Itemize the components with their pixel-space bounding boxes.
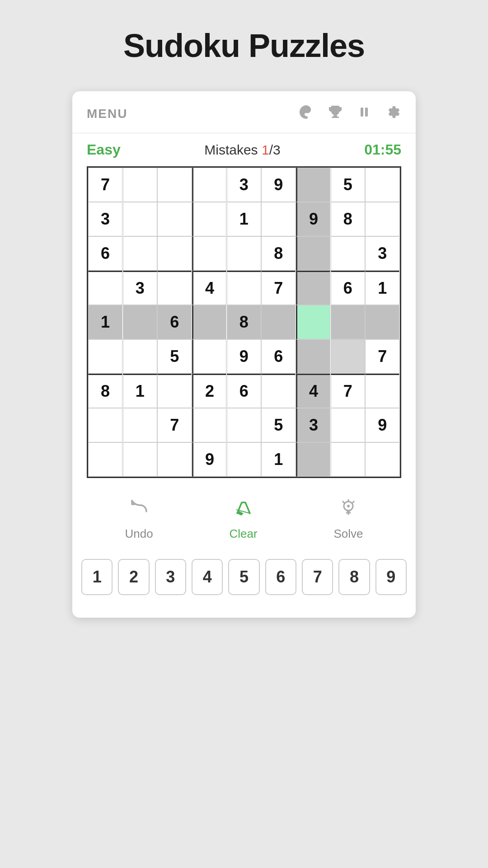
cell[interactable]: [192, 168, 226, 202]
cell[interactable]: 4: [192, 271, 226, 305]
cell[interactable]: [365, 202, 399, 236]
cell[interactable]: [296, 236, 330, 271]
cell[interactable]: 8: [88, 374, 122, 408]
cell[interactable]: 5: [331, 168, 365, 202]
number-button-7[interactable]: 7: [302, 559, 333, 595]
number-button-3[interactable]: 3: [155, 559, 186, 595]
cell[interactable]: [157, 442, 192, 477]
cell[interactable]: 7: [157, 408, 192, 442]
cell[interactable]: 7: [331, 374, 365, 408]
cell[interactable]: 1: [88, 305, 122, 339]
cell[interactable]: 8: [261, 236, 296, 271]
cell[interactable]: 7: [88, 168, 122, 202]
cell[interactable]: [157, 374, 192, 408]
cell[interactable]: [157, 236, 192, 271]
cell[interactable]: 3: [227, 168, 261, 202]
cell[interactable]: [157, 168, 192, 202]
cell[interactable]: 3: [123, 271, 157, 305]
cell[interactable]: [123, 305, 157, 339]
number-button-1[interactable]: 1: [81, 559, 113, 595]
cell[interactable]: 1: [261, 442, 296, 477]
cell[interactable]: [365, 168, 399, 202]
cell[interactable]: [296, 339, 330, 374]
cell[interactable]: [123, 202, 157, 236]
cell[interactable]: 3: [88, 202, 122, 236]
cell[interactable]: [88, 339, 122, 374]
cell[interactable]: [365, 374, 399, 408]
cell[interactable]: [227, 236, 261, 271]
cell[interactable]: [192, 408, 226, 442]
cell[interactable]: 7: [365, 339, 399, 374]
cell[interactable]: 5: [261, 408, 296, 442]
cell[interactable]: 6: [227, 374, 261, 408]
cell[interactable]: 2: [192, 374, 226, 408]
cell[interactable]: 8: [227, 305, 261, 339]
cell[interactable]: [261, 202, 296, 236]
clear-button[interactable]: Clear: [229, 496, 257, 541]
cell[interactable]: [123, 339, 157, 374]
cell[interactable]: [123, 168, 157, 202]
cell[interactable]: [331, 442, 365, 477]
cell[interactable]: [296, 305, 330, 339]
cell[interactable]: [331, 339, 365, 374]
cell[interactable]: [123, 442, 157, 477]
cell[interactable]: 9: [261, 168, 296, 202]
cell[interactable]: [192, 202, 226, 236]
cell[interactable]: 4: [296, 374, 330, 408]
cell[interactable]: [192, 236, 226, 271]
cell[interactable]: 7: [261, 271, 296, 305]
cell[interactable]: [227, 271, 261, 305]
cell[interactable]: [88, 442, 122, 477]
cell[interactable]: 6: [157, 305, 192, 339]
cell[interactable]: 9: [365, 408, 399, 442]
cell[interactable]: [261, 374, 296, 408]
cell[interactable]: 9: [227, 339, 261, 374]
settings-icon[interactable]: [385, 104, 401, 124]
svg-rect-7: [365, 108, 368, 117]
cell[interactable]: [123, 236, 157, 271]
cell[interactable]: [331, 236, 365, 271]
trophy-icon[interactable]: [327, 104, 343, 124]
cell[interactable]: [365, 442, 399, 477]
number-button-6[interactable]: 6: [265, 559, 296, 595]
cell[interactable]: [88, 408, 122, 442]
palette-icon[interactable]: [298, 104, 314, 124]
cell[interactable]: 1: [123, 374, 157, 408]
cell[interactable]: 6: [331, 271, 365, 305]
sudoku-grid[interactable]: 73953198683347611685967812647753991: [87, 166, 401, 478]
cell[interactable]: [296, 442, 330, 477]
number-button-8[interactable]: 8: [338, 559, 370, 595]
cell[interactable]: 5: [157, 339, 192, 374]
solve-button[interactable]: Solve: [333, 496, 363, 541]
cell[interactable]: [296, 168, 330, 202]
cell[interactable]: 8: [331, 202, 365, 236]
cell[interactable]: [227, 408, 261, 442]
cell[interactable]: 1: [365, 271, 399, 305]
cell[interactable]: 6: [261, 339, 296, 374]
cell[interactable]: 6: [88, 236, 122, 271]
cell[interactable]: 3: [296, 408, 330, 442]
menu-label[interactable]: MENU: [87, 107, 127, 121]
cell[interactable]: [365, 305, 399, 339]
number-button-9[interactable]: 9: [375, 559, 407, 595]
cell[interactable]: [296, 271, 330, 305]
cell[interactable]: [331, 408, 365, 442]
cell[interactable]: [88, 271, 122, 305]
pause-icon[interactable]: [356, 104, 372, 124]
cell[interactable]: [157, 202, 192, 236]
cell[interactable]: [261, 305, 296, 339]
number-button-4[interactable]: 4: [192, 559, 223, 595]
number-button-5[interactable]: 5: [228, 559, 259, 595]
cell[interactable]: [123, 408, 157, 442]
cell[interactable]: [192, 339, 226, 374]
cell[interactable]: [192, 305, 226, 339]
cell[interactable]: 1: [227, 202, 261, 236]
cell[interactable]: 9: [192, 442, 226, 477]
cell[interactable]: 9: [296, 202, 330, 236]
undo-button[interactable]: Undo: [125, 496, 153, 541]
number-button-2[interactable]: 2: [118, 559, 149, 595]
cell[interactable]: [331, 305, 365, 339]
cell[interactable]: [157, 271, 192, 305]
cell[interactable]: [227, 442, 261, 477]
cell[interactable]: 3: [365, 236, 399, 271]
